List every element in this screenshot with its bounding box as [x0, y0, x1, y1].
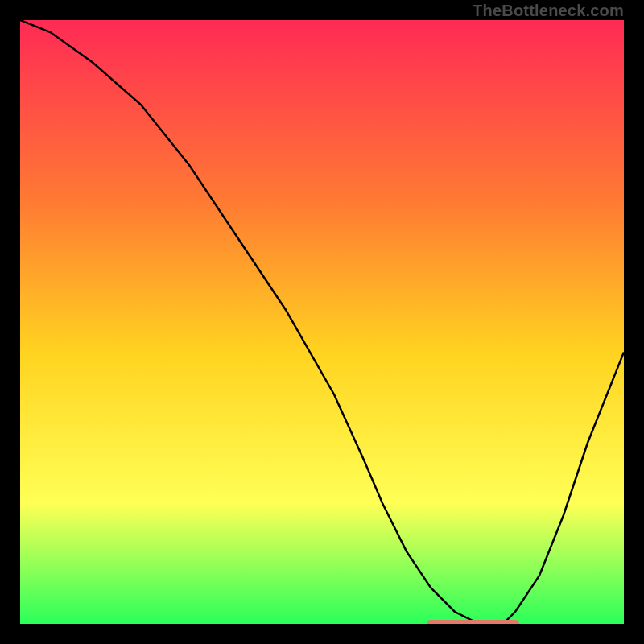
bottleneck-plot [20, 20, 624, 624]
gradient-background [20, 20, 624, 624]
chart-container: TheBottleneck.com [0, 0, 644, 644]
watermark-label: TheBottleneck.com [473, 2, 624, 20]
